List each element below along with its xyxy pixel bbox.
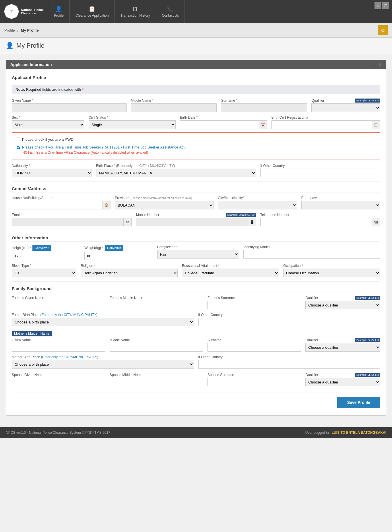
spouse-qualifier-group: Qualifier Example: Jr.,Sr.,I..II Choose … xyxy=(305,373,380,386)
educational-label: Educational Attainment * xyxy=(182,264,279,268)
save-btn-bar: Save Profile xyxy=(12,392,380,410)
sidebar-item-transaction[interactable]: 🗒 Transaction History xyxy=(115,0,156,23)
civil-status-select[interactable]: Single xyxy=(89,120,176,129)
email-group: Email * ✉ xyxy=(12,213,132,226)
birth-place-select[interactable]: MANILA CITY, METRO MANILA xyxy=(96,169,256,177)
mother-other-country-input[interactable] xyxy=(198,360,381,369)
mother-middle-group: Middle Name xyxy=(110,338,203,352)
section-title-applicant: Applicant Profile xyxy=(12,75,380,81)
father-other-country-group: If Other Country xyxy=(198,313,381,326)
spouse-middle-label: Spouse Middle Name xyxy=(110,373,203,377)
father-middle-input[interactable] xyxy=(110,301,203,309)
father-qualifier-example-badge: Example: Jr.,Sr.,I..II xyxy=(355,296,380,300)
mother-qualifier-select[interactable]: Choose a qualifier xyxy=(305,343,380,352)
other-country-input[interactable] xyxy=(260,169,380,177)
expand-button[interactable]: ⤢ xyxy=(378,62,382,67)
city-label: City/Municipality* xyxy=(218,196,297,200)
first-time-note: NOTE: This is a One-Time FREE Clearance … xyxy=(22,151,375,155)
mother-surname-input[interactable] xyxy=(207,343,301,352)
breadcrumb-parent[interactable]: Profile xyxy=(4,28,15,32)
educational-select[interactable]: College Graduate xyxy=(182,269,279,277)
birth-cert-input[interactable] xyxy=(271,120,372,129)
sidebar-item-contact[interactable]: 📞 Contact Us xyxy=(156,0,185,23)
father-given-input[interactable] xyxy=(12,301,105,309)
nationality-row: Nationality * FILIPINO Birth Place * (En… xyxy=(12,164,380,177)
minimize-button[interactable]: — xyxy=(372,62,376,67)
spouse-name-row: Spouse Given Name Spouse Middle Name Spo… xyxy=(12,373,380,386)
father-surname-input[interactable] xyxy=(207,301,301,309)
mother-birth-place-select[interactable]: Choose a birth place xyxy=(12,360,194,369)
qualifier-select[interactable] xyxy=(311,103,380,112)
pwd-checkbox-row: Please check if you are a PWD xyxy=(17,137,375,142)
mother-other-country-label: If Other Country xyxy=(198,355,381,359)
email-input[interactable] xyxy=(12,218,124,226)
father-qualifier-group: Qualifier Example: Jr.,Sr.,I..II Choose … xyxy=(305,296,380,309)
mother-given-input[interactable] xyxy=(12,343,105,352)
restore-button[interactable]: ☐ xyxy=(382,2,389,9)
card-controls: — ⤢ xyxy=(372,62,382,67)
spouse-qualifier-select[interactable]: Choose a qualifier xyxy=(305,378,380,386)
religion-select[interactable]: Born Again Christian xyxy=(81,269,178,277)
spouse-given-input[interactable] xyxy=(12,378,105,386)
address-row: House No/Building/Street * 🏠 Province* (… xyxy=(12,196,380,209)
mother-middle-input[interactable] xyxy=(110,343,203,352)
settings-button[interactable]: ⚙ xyxy=(378,25,388,35)
save-profile-button[interactable]: Save Profile xyxy=(337,397,380,408)
barangay-select[interactable] xyxy=(301,201,380,209)
spouse-surname-input[interactable] xyxy=(207,378,301,386)
occupation-label: Occupation * xyxy=(283,264,380,268)
close-button[interactable]: ✕ xyxy=(374,2,381,9)
father-birth-place-select[interactable]: Choose a birth place xyxy=(12,318,194,326)
father-middle-label: Father's Middle Name xyxy=(110,296,203,300)
father-birth-place-label: Father Birth Place (Enter only the CITY/… xyxy=(12,313,194,317)
height-input[interactable] xyxy=(12,252,80,260)
logo-line1: National Police xyxy=(21,8,44,11)
spouse-middle-input[interactable] xyxy=(110,378,203,386)
weight-input[interactable] xyxy=(84,252,153,260)
province-group: Province* (Please select Metro Manila fo… xyxy=(115,196,214,209)
physical-row: Height(cm) * Converter Weight(kg) * Conv… xyxy=(12,245,380,260)
section-divider-3 xyxy=(12,282,380,282)
breadcrumb-current: My Profile xyxy=(21,28,39,32)
nationality-select[interactable]: FILIPINO xyxy=(12,169,92,177)
pwd-label[interactable]: Please check if you are a PWD xyxy=(22,137,73,142)
pwd-checkbox[interactable] xyxy=(17,138,20,141)
barangay-label: Barangay* xyxy=(301,196,380,200)
middle-name-label: Middle Name * xyxy=(131,99,217,103)
surname-input[interactable] xyxy=(221,103,307,112)
sidebar-item-clearance[interactable]: 📋 Clearance Application xyxy=(70,0,115,23)
status-row: Sex * Male Civil Status * Single xyxy=(12,115,380,129)
mobile-input[interactable] xyxy=(136,218,248,226)
identifying-marks-input[interactable] xyxy=(243,250,380,259)
mother-qualifier-label: Qualifier xyxy=(305,338,318,342)
birth-date-input[interactable] xyxy=(180,120,259,129)
contact-address-section: Contact/Address House No/Building/Street… xyxy=(12,186,380,226)
middle-name-input[interactable] xyxy=(131,103,217,112)
mother-given-group: Given Name xyxy=(12,338,105,352)
sidebar-item-profile[interactable]: 👤 Profile xyxy=(48,0,70,23)
blood-type-select[interactable]: O+ xyxy=(12,269,76,277)
father-other-country-input[interactable] xyxy=(198,318,381,326)
first-time-checkbox[interactable] xyxy=(17,146,20,149)
first-time-row: Please check if you are a First Time Job… xyxy=(17,145,375,149)
occupation-select[interactable]: Choose Occupation xyxy=(283,269,380,277)
email-label: Email * xyxy=(12,213,132,217)
civil-status-label: Civil Status * xyxy=(89,115,176,119)
given-name-input[interactable] xyxy=(12,103,127,112)
top-nav: 🛡️ National Police Clearance 👤 Profile 📋… xyxy=(0,0,392,23)
weight-converter-button[interactable]: Converter xyxy=(105,245,123,251)
page-title: My Profile xyxy=(16,42,44,49)
telephone-input[interactable] xyxy=(260,218,372,226)
city-select[interactable] xyxy=(218,201,297,209)
province-select[interactable]: BULACAN xyxy=(115,201,214,209)
sex-select[interactable]: Male xyxy=(12,120,84,129)
note-prefix: Note: xyxy=(15,87,25,92)
height-converter-button[interactable]: Converter xyxy=(32,245,51,251)
spouse-given-group: Spouse Given Name xyxy=(12,373,105,386)
qualifier-label: Qualifier xyxy=(311,99,324,103)
father-qualifier-select[interactable]: Choose a qualifier xyxy=(305,301,380,309)
house-input[interactable] xyxy=(12,201,102,209)
calendar-icon: 📅 xyxy=(259,120,267,129)
first-time-label[interactable]: Please check if you are a First Time Job… xyxy=(22,145,186,149)
complexion-select[interactable]: Fair xyxy=(157,250,239,259)
